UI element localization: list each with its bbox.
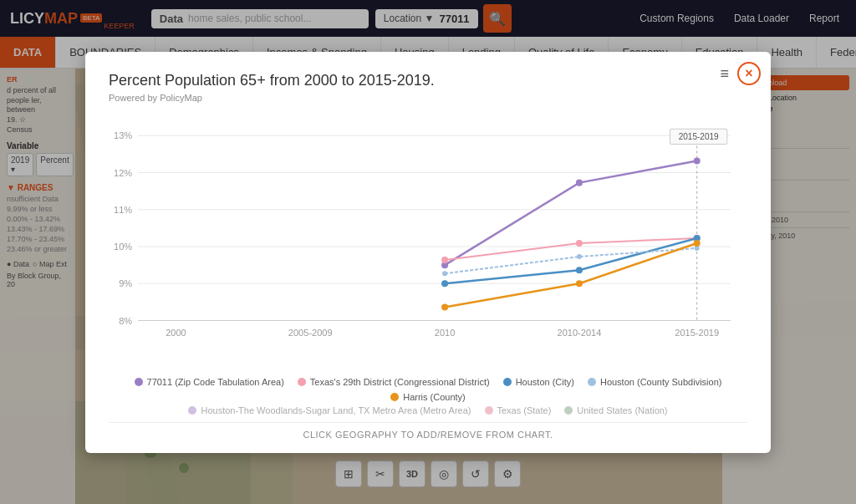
svg-text:2015-2019: 2015-2019 xyxy=(675,327,719,337)
svg-text:2000: 2000 xyxy=(166,327,186,337)
svg-text:2010-2014: 2010-2014 xyxy=(558,327,602,337)
svg-point-31 xyxy=(694,157,701,164)
legend-dot-metro xyxy=(188,406,196,415)
chart-legend-row2: Houston-The Woodlands-Sugar Land, TX Met… xyxy=(109,405,747,415)
legend-dot-texas29 xyxy=(298,378,306,386)
svg-text:10%: 10% xyxy=(114,242,132,252)
svg-text:2010: 2010 xyxy=(435,327,456,337)
legend-label-houston-city: Houston (City) xyxy=(516,377,574,387)
legend-label-77011: 77011 (Zip Code Tabulation Area) xyxy=(147,377,284,387)
modal-overlay: × ≡ Percent Population 65+ from 2000 to … xyxy=(0,0,856,504)
legend-texas29[interactable]: Texas's 29th District (Congressional Dis… xyxy=(298,377,490,387)
chart-modal: × ≡ Percent Population 65+ from 2000 to … xyxy=(85,52,771,453)
legend-dot-houston-city xyxy=(503,378,512,386)
svg-point-35 xyxy=(441,280,448,287)
svg-text:13%: 13% xyxy=(114,130,132,140)
svg-text:9%: 9% xyxy=(119,278,132,288)
legend-label-us: United States (Nation) xyxy=(577,405,667,415)
legend-houston-county-sub[interactable]: Houston (County Subdivision) xyxy=(588,377,722,387)
legend-harris[interactable]: Harris (County) xyxy=(390,392,466,402)
svg-point-36 xyxy=(576,267,583,273)
legend-dot-harris xyxy=(390,393,399,401)
legend-label-texas: Texas (State) xyxy=(497,405,552,415)
modal-title: Percent Population 65+ from 2000 to 2015… xyxy=(109,72,747,89)
click-geography-text: CLICK GEOGRAPHY TO ADD/REMOVE FROM CHART… xyxy=(109,422,747,440)
svg-text:2005-2009: 2005-2009 xyxy=(288,327,333,337)
svg-point-38 xyxy=(442,271,447,276)
svg-point-43 xyxy=(694,239,701,246)
modal-close-btn[interactable]: × xyxy=(737,62,761,85)
legend-label-texas29: Texas's 29th District (Congressional Dis… xyxy=(310,377,490,387)
legend-texas[interactable]: Texas (State) xyxy=(485,405,552,415)
legend-us[interactable]: United States (Nation) xyxy=(564,405,667,415)
legend-dot-texas xyxy=(485,406,493,415)
legend-houston-city[interactable]: Houston (City) xyxy=(503,377,574,387)
legend-label-houston-sub: Houston (County Subdivision) xyxy=(600,377,722,387)
svg-point-32 xyxy=(441,257,448,263)
chart-area: 13% 12% 11% 10% 9% 8% 2000 2005-2009 201… xyxy=(109,116,747,367)
svg-point-41 xyxy=(441,303,448,310)
legend-dot-houston-sub xyxy=(588,378,596,386)
chart-legend-row1: 77011 (Zip Code Tabulation Area) Texas's… xyxy=(109,377,747,402)
svg-text:12%: 12% xyxy=(114,167,132,177)
modal-subtitle: Powered by PolicyMap xyxy=(109,93,747,103)
svg-point-30 xyxy=(576,179,583,186)
svg-text:8%: 8% xyxy=(119,315,132,325)
legend-dot-us xyxy=(564,406,573,415)
svg-point-39 xyxy=(577,254,582,259)
svg-point-33 xyxy=(576,239,583,246)
legend-dot-77011 xyxy=(135,378,143,386)
legend-label-metro: Houston-The Woodlands-Sugar Land, TX Met… xyxy=(201,405,471,415)
line-chart: 13% 12% 11% 10% 9% 8% 2000 2005-2009 201… xyxy=(109,116,747,367)
legend-77011[interactable]: 77011 (Zip Code Tabulation Area) xyxy=(135,377,284,387)
svg-text:2015-2019: 2015-2019 xyxy=(679,132,719,141)
legend-metro[interactable]: Houston-The Woodlands-Sugar Land, TX Met… xyxy=(188,405,471,415)
svg-point-42 xyxy=(576,280,583,287)
legend-label-harris: Harris (County) xyxy=(403,392,466,402)
modal-menu-btn[interactable]: ≡ xyxy=(720,65,729,83)
svg-text:11%: 11% xyxy=(114,204,132,214)
